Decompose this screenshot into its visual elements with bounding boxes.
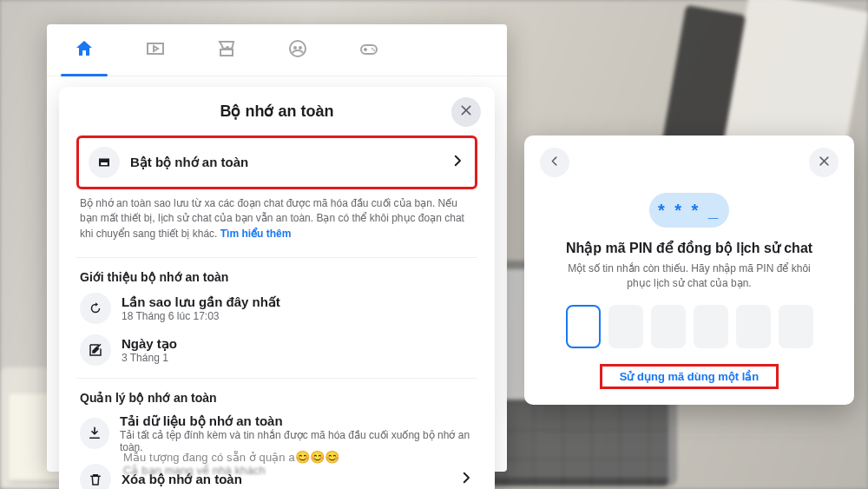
created-value: 3 Tháng 1 — [122, 352, 177, 364]
groups-icon — [287, 38, 308, 63]
top-nav-tabs — [47, 24, 507, 76]
close-button[interactable] — [809, 148, 838, 177]
back-button[interactable] — [540, 148, 569, 177]
created-label: Ngày tạo — [122, 336, 177, 352]
pin-digit-4[interactable] — [694, 305, 728, 348]
svg-point-1 — [293, 46, 297, 50]
svg-point-4 — [372, 48, 373, 50]
svg-point-5 — [373, 50, 375, 51]
tab-home[interactable] — [73, 39, 95, 62]
close-button[interactable] — [451, 97, 481, 127]
svg-point-2 — [299, 46, 302, 50]
storage-icon — [89, 147, 120, 178]
last-backup-row: Lần sao lưu gần đây nhất 18 Tháng 6 lúc … — [71, 287, 483, 329]
facebook-app-window: Bộ nhớ an toàn Bật bộ nhớ an toàn Bộ nhớ… — [47, 24, 507, 472]
annotation-highlight-enable: Bật bộ nhớ an toàn — [76, 135, 477, 189]
pin-modal-subtitle: Một số tin nhắn còn thiếu. Hãy nhập mã P… — [556, 261, 823, 291]
video-icon — [145, 38, 166, 63]
chevron-right-icon — [450, 153, 465, 172]
close-icon — [459, 103, 473, 121]
divider — [76, 257, 477, 258]
pin-digit-6[interactable] — [779, 305, 813, 348]
svg-point-0 — [290, 41, 306, 56]
tab-groups[interactable] — [286, 39, 309, 62]
tab-video[interactable] — [144, 39, 167, 62]
download-icon — [80, 418, 109, 449]
pin-digit-2[interactable] — [608, 305, 643, 348]
refresh-icon — [80, 293, 111, 324]
svg-rect-6 — [101, 162, 108, 165]
background-chat-text: Mẫu tượng đang có sẵn ở quận a😊😊😊 Cả bạn… — [123, 450, 339, 477]
chevron-right-icon — [458, 470, 474, 489]
manage-section-title: Quản lý bộ nhớ an toàn — [59, 386, 495, 408]
dialog-header: Bộ nhớ an toàn — [59, 87, 495, 135]
svg-rect-3 — [361, 45, 377, 54]
secure-storage-dialog: Bộ nhớ an toàn Bật bộ nhớ an toàn Bộ nhớ… — [59, 87, 495, 489]
learn-more-link[interactable]: Tìm hiểu thêm — [220, 228, 292, 240]
pin-digit-3[interactable] — [651, 305, 686, 348]
pin-modal-title: Nhập mã PIN để đồng bộ lịch sử chat — [540, 240, 838, 256]
intro-section-title: Giới thiệu bộ nhớ an toàn — [59, 265, 495, 287]
divider — [76, 378, 477, 379]
pin-digit-5[interactable] — [736, 305, 771, 348]
home-icon — [74, 38, 95, 63]
last-backup-label: Lần sao lưu gần đây nhất — [122, 294, 280, 310]
use-one-time-code-link[interactable]: Sử dụng mã dùng một lần — [620, 370, 760, 383]
download-label: Tải dữ liệu bộ nhớ an toàn — [120, 413, 474, 429]
gaming-icon — [358, 38, 379, 63]
market-icon — [216, 38, 237, 63]
enable-secure-storage-row[interactable]: Bật bộ nhớ an toàn — [82, 141, 472, 184]
pin-illustration: * * * _ — [649, 193, 729, 228]
trash-icon — [80, 464, 111, 489]
pin-input-group — [540, 305, 838, 348]
tab-gaming[interactable] — [358, 39, 380, 62]
pin-entry-modal: * * * _ Nhập mã PIN để đồng bộ lịch sử c… — [524, 135, 854, 405]
close-icon — [818, 155, 831, 171]
annotation-highlight-otp: Sử dụng mã dùng một lần — [600, 364, 779, 389]
pin-digit-1[interactable] — [566, 305, 601, 348]
enable-label: Bật bộ nhớ an toàn — [130, 155, 248, 170]
arrow-left-icon — [549, 155, 562, 171]
dialog-title: Bộ nhớ an toàn — [220, 102, 334, 121]
last-backup-value: 18 Tháng 6 lúc 17:03 — [122, 310, 280, 322]
secure-storage-description: Bộ nhớ an toàn sao lưu từ xa các đoạn ch… — [59, 196, 495, 250]
edit-icon — [80, 334, 111, 366]
created-date-row: Ngày tạo 3 Tháng 1 — [71, 329, 483, 371]
tab-marketplace[interactable] — [215, 39, 238, 62]
